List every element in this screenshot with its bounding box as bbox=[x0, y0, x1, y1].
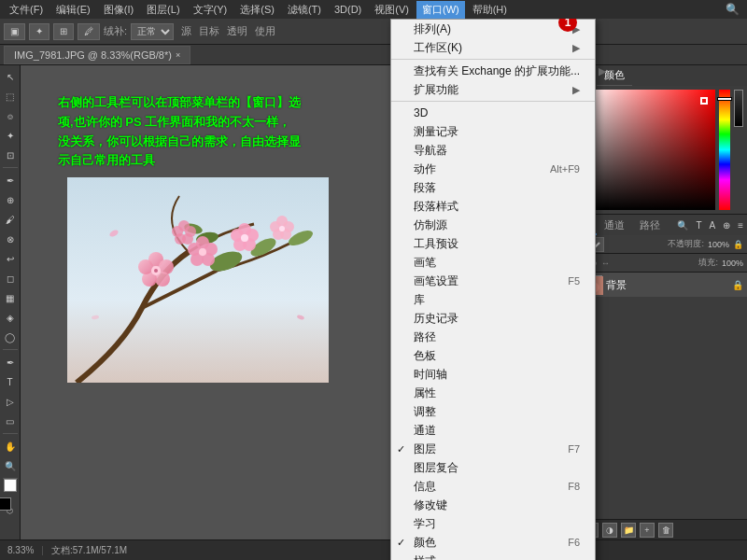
tool-crop[interactable]: ⊡ bbox=[1, 146, 20, 164]
menu-item-paths-label: 路径 bbox=[414, 329, 436, 345]
menu-item-extensions[interactable]: 扩展功能 ▶ bbox=[391, 80, 595, 99]
menu-edit[interactable]: 编辑(E) bbox=[50, 1, 96, 19]
menu-item-brush[interactable]: 画笔 bbox=[391, 253, 595, 272]
tool-blur[interactable]: ◈ bbox=[1, 308, 20, 327]
tool-eraser[interactable]: ◻ bbox=[1, 269, 20, 287]
menu-item-swatches-label: 色板 bbox=[414, 348, 436, 364]
tool-eyedropper[interactable]: ✒ bbox=[1, 171, 20, 189]
options-btn-3[interactable]: ⊞ bbox=[53, 23, 74, 40]
menu-item-tool-presets[interactable]: 工具预设 bbox=[391, 234, 595, 253]
menu-item-styles[interactable]: 样式 bbox=[391, 552, 595, 560]
tool-brush[interactable]: 🖌 bbox=[1, 210, 20, 229]
menu-view[interactable]: 视图(V) bbox=[369, 1, 415, 19]
menu-item-layers[interactable]: ✓ 图层 F7 bbox=[391, 440, 595, 458]
menu-3d[interactable]: 3D(D) bbox=[329, 2, 367, 17]
menu-item-clone-source[interactable]: 仿制源 bbox=[391, 216, 595, 234]
menu-item-brush-settings[interactable]: 画笔设置 F5 bbox=[391, 272, 595, 290]
tab-close[interactable]: × bbox=[176, 50, 180, 60]
layers-icon-3[interactable]: ⊕ bbox=[719, 218, 734, 232]
menu-text[interactable]: 文字(Y) bbox=[188, 1, 233, 19]
color-gradient[interactable] bbox=[584, 90, 715, 210]
menu-item-color[interactable]: ✓ 颜色 F6 bbox=[391, 533, 595, 552]
tab-paths[interactable]: 路径 bbox=[632, 217, 668, 234]
options-btn-4[interactable]: 🖉 bbox=[78, 23, 100, 40]
layers-icon-2[interactable]: A bbox=[705, 218, 719, 232]
menu-image[interactable]: 图像(I) bbox=[98, 1, 139, 19]
tool-hand[interactable]: ✋ bbox=[1, 437, 20, 455]
alpha-bar[interactable] bbox=[734, 90, 743, 127]
menu-select[interactable]: 选择(S) bbox=[234, 1, 280, 19]
opacity-lock[interactable]: 🔒 bbox=[733, 240, 743, 249]
menu-item-learn-label: 学习 bbox=[414, 516, 436, 532]
menu-item-workspace[interactable]: 工作区(K) ▶ bbox=[391, 38, 595, 57]
window-dropdown-menu[interactable]: 排列(A) ▶ 工作区(K) ▶ 查找有关 Exchange 的扩展功能... … bbox=[390, 19, 596, 560]
tool-history-brush[interactable]: ↩ bbox=[1, 249, 20, 268]
hue-selector[interactable] bbox=[717, 97, 732, 101]
tool-pen[interactable]: ✒ bbox=[1, 353, 20, 371]
tool-zoom[interactable]: 🔍 bbox=[1, 456, 20, 475]
layers-icon-1[interactable]: T bbox=[692, 218, 705, 232]
menu-item-measure[interactable]: 测量记录 bbox=[391, 122, 595, 141]
layer-delete-btn[interactable]: 🗑 bbox=[658, 523, 673, 538]
menu-item-channels[interactable]: 通道 bbox=[391, 421, 595, 440]
bg-color-swatch[interactable] bbox=[4, 479, 17, 492]
tab-channels[interactable]: 通道 bbox=[597, 217, 632, 234]
tool-magic-wand[interactable]: ✦ bbox=[1, 126, 20, 145]
tool-shape[interactable]: ▭ bbox=[1, 412, 20, 430]
layer-group-btn[interactable]: 📁 bbox=[621, 523, 636, 538]
left-toolbar: ↖ ⬚ ⌾ ✦ ⊡ ✒ ⊕ 🖌 ⊗ ↩ ◻ ▦ ◈ ◯ ✒ T ▷ ▭ ✋ 🔍 … bbox=[0, 65, 21, 539]
zoom-level: 8.33% bbox=[7, 545, 34, 555]
menu-item-history[interactable]: 历史记录 bbox=[391, 309, 595, 328]
tool-lasso[interactable]: ⌾ bbox=[1, 106, 20, 125]
tool-move[interactable]: ↖ bbox=[1, 67, 20, 86]
menu-item-actions[interactable]: 动作 Alt+F9 bbox=[391, 160, 595, 178]
menu-item-measure-label: 测量记录 bbox=[414, 124, 458, 140]
menu-item-paragraph[interactable]: 段落 bbox=[391, 178, 595, 197]
menu-item-libraries-label: 库 bbox=[414, 292, 425, 308]
tool-marquee[interactable]: ⬚ bbox=[1, 87, 20, 105]
fill-label: 填充: bbox=[698, 257, 718, 269]
menu-item-swatches[interactable]: 色板 bbox=[391, 346, 595, 365]
layers-search-btn[interactable]: 🔍 bbox=[673, 218, 692, 232]
options-btn-2[interactable]: ✦ bbox=[29, 23, 49, 40]
options-btn-1[interactable]: ▣ bbox=[4, 23, 25, 40]
svg-point-34 bbox=[270, 221, 281, 232]
menu-item-paragraph-style[interactable]: 段落样式 bbox=[391, 197, 595, 216]
menu-help[interactable]: 帮助(H) bbox=[467, 1, 513, 19]
menu-item-3d[interactable]: 3D bbox=[391, 104, 595, 122]
layers-icon-4[interactable]: ≡ bbox=[734, 218, 747, 232]
menu-filter[interactable]: 滤镜(T) bbox=[282, 1, 327, 19]
menu-item-libraries[interactable]: 库 bbox=[391, 290, 595, 309]
tool-gradient[interactable]: ▦ bbox=[1, 288, 20, 307]
menu-item-arrange[interactable]: 排列(A) ▶ bbox=[391, 20, 595, 38]
menu-item-modifier[interactable]: 修改键 bbox=[391, 496, 595, 514]
menu-item-brush-label: 画笔 bbox=[414, 255, 436, 271]
menu-item-learn[interactable]: 学习 bbox=[391, 514, 595, 533]
menu-item-layer-comps[interactable]: 图层复合 bbox=[391, 458, 595, 477]
fg-color-swatch[interactable] bbox=[0, 497, 11, 511]
search-icon[interactable]: 🔍 bbox=[722, 3, 743, 16]
menu-item-adjustments[interactable]: 调整 bbox=[391, 402, 595, 421]
menu-item-timeline[interactable]: 时间轴 bbox=[391, 365, 595, 384]
hue-bar[interactable] bbox=[719, 90, 730, 210]
menu-window[interactable]: 窗口(W) bbox=[416, 1, 465, 19]
tool-dodge[interactable]: ◯ bbox=[1, 328, 20, 346]
menu-item-paths[interactable]: 路径 bbox=[391, 328, 595, 346]
layer-adjust-btn[interactable]: ◑ bbox=[602, 523, 617, 538]
menu-layer[interactable]: 图层(L) bbox=[141, 1, 185, 19]
menu-item-properties[interactable]: 属性 bbox=[391, 384, 595, 402]
color-picker-dot[interactable] bbox=[700, 97, 708, 105]
tab-image[interactable]: IMG_7981.JPG @ 8.33%(RGB/8*) × bbox=[4, 46, 190, 64]
tool-stamp[interactable]: ⊗ bbox=[1, 230, 20, 248]
sep-2 bbox=[391, 101, 595, 102]
layer-new-btn[interactable]: + bbox=[640, 523, 655, 538]
tool-heal[interactable]: ⊕ bbox=[1, 190, 20, 209]
menu-file[interactable]: 文件(F) bbox=[4, 1, 49, 19]
menu-item-info[interactable]: 信息 F8 bbox=[391, 477, 595, 496]
menu-item-navigator[interactable]: 导航器 bbox=[391, 141, 595, 160]
menu-item-exchange[interactable]: 查找有关 Exchange 的扩展功能... ▶ bbox=[391, 62, 595, 80]
tool-type[interactable]: T bbox=[1, 372, 20, 391]
svg-point-24 bbox=[241, 234, 248, 242]
mode-select-top[interactable]: 正常 bbox=[131, 23, 174, 40]
tool-path[interactable]: ▷ bbox=[1, 392, 20, 411]
